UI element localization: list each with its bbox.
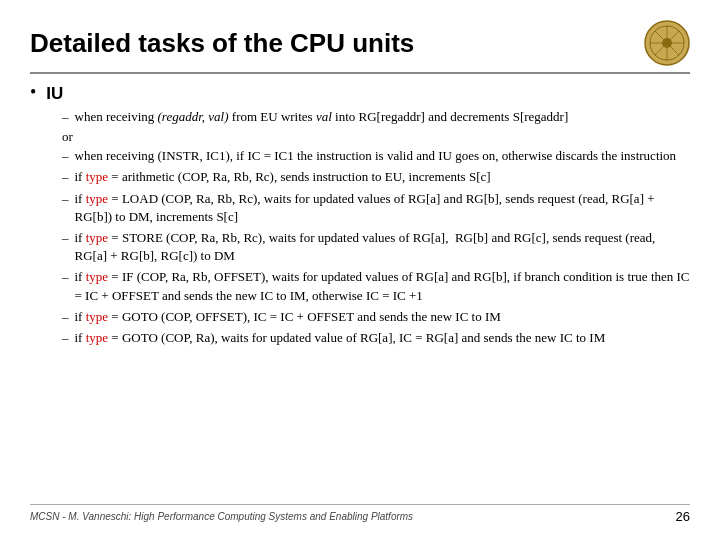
type-keyword: type [86,169,108,184]
item-text: when receiving (regaddr, val) from EU wr… [75,108,691,126]
item-text: when receiving (INSTR, IC1), if IC = IC1… [75,147,691,165]
header-divider [30,72,690,74]
list-item: – if type = STORE (COP, Ra, Rb, Rc), wai… [62,229,690,265]
list-item: – if type = GOTO (COP, OFFSET), IC = IC … [62,308,690,326]
dash-icon: – [62,108,69,126]
main-content: • IU – when receiving (regaddr, val) fro… [30,84,690,498]
header: Detailed tasks of the CPU units [30,20,690,66]
item-text: if type = IF (COP, Ra, Rb, OFFSET), wait… [75,268,691,304]
type-keyword: type [86,191,108,206]
type-keyword: type [86,309,108,324]
footer-citation: MCSN - M. Vanneschi: High Performance Co… [30,511,413,522]
dash-icon: – [62,147,69,165]
item-text: if type = GOTO (COP, Ra), waits for upda… [75,329,691,347]
or-separator: or [62,129,690,145]
bullet-item-iu: • IU [30,84,690,104]
list-item: – if type = IF (COP, Ra, Rb, OFFSET), wa… [62,268,690,304]
list-item: – if type = arithmetic (COP, Ra, Rb, Rc)… [62,168,690,186]
dash-icon: – [62,190,69,208]
list-item: – when receiving (regaddr, val) from EU … [62,108,690,126]
bullet-symbol: • [30,84,36,103]
iu-label: IU [46,84,63,104]
footer: MCSN - M. Vanneschi: High Performance Co… [30,504,690,524]
dash-icon: – [62,329,69,347]
page: Detailed tasks of the CPU units • IU – w… [0,0,720,540]
list-item: – if type = LOAD (COP, Ra, Rb, Rc), wait… [62,190,690,226]
italic-val: val [316,109,332,124]
type-keyword: type [86,230,108,245]
item-text: if type = LOAD (COP, Ra, Rb, Rc), waits … [75,190,691,226]
item-text: if type = arithmetic (COP, Ra, Rb, Rc), … [75,168,691,186]
italic-text: (regaddr, val) [158,109,229,124]
type-keyword: type [86,269,108,284]
list-item: – when receiving (INSTR, IC1), if IC = I… [62,147,690,165]
list-item: – if type = GOTO (COP, Ra), waits for up… [62,329,690,347]
item-text: if type = GOTO (COP, OFFSET), IC = IC + … [75,308,691,326]
type-keyword: type [86,330,108,345]
sub-items-list: – when receiving (regaddr, val) from EU … [30,108,690,347]
university-logo [644,20,690,66]
dash-icon: – [62,268,69,286]
item-text: if type = STORE (COP, Ra, Rb, Rc), waits… [75,229,691,265]
dash-icon: – [62,229,69,247]
dash-icon: – [62,168,69,186]
dash-icon: – [62,308,69,326]
page-number: 26 [676,509,690,524]
page-title: Detailed tasks of the CPU units [30,28,414,59]
